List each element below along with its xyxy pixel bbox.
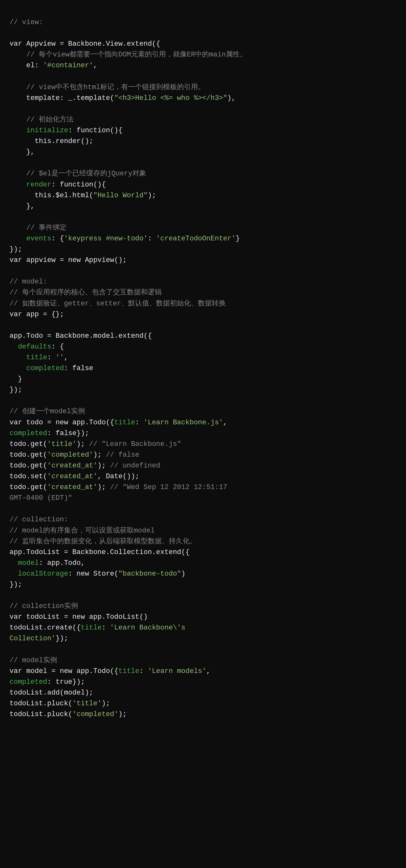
get-created-comment2-before: ); bbox=[97, 483, 110, 491]
code-events-start bbox=[9, 235, 26, 243]
events-val-str: 'createTodoOnEnter' bbox=[156, 235, 236, 243]
comment-5: // 事件绑定 bbox=[26, 224, 67, 232]
template-value: "<h3>Hello <%= who %></h3>" bbox=[114, 94, 227, 102]
comment-1: // 每个view都需要一个指向DOM元素的引用，就像ER中的main属性。 bbox=[26, 51, 247, 59]
comment-model-instance: // model实例 bbox=[9, 656, 57, 664]
model-key: model bbox=[18, 559, 39, 567]
comment-3: // 初始化方法 bbox=[26, 116, 74, 124]
code-set-created: todo.set( bbox=[9, 472, 47, 480]
create-end: }); bbox=[56, 634, 68, 643]
set-created-key: 'created_at' bbox=[47, 472, 97, 480]
colon-title-model: : bbox=[139, 667, 148, 675]
comment-model-2: // 每个应用程序的核心、包含了交互数据和逻辑 bbox=[9, 288, 162, 297]
code-render-start bbox=[9, 181, 26, 189]
code-line2: el: bbox=[9, 62, 43, 69]
code-get-created: todo.get( bbox=[9, 462, 47, 470]
events-key: events bbox=[26, 235, 52, 243]
comma-inline: , bbox=[223, 418, 227, 427]
events-key-str: 'keypress #new-todo' bbox=[64, 235, 148, 243]
learn-backbone: 'Learn Backbone.js' bbox=[144, 418, 223, 427]
code-template: template: _.template( bbox=[9, 94, 114, 102]
get-title-comment-before: ); bbox=[76, 440, 89, 448]
defaults-key: defaults bbox=[18, 343, 52, 351]
store-name: "backbone-todo" bbox=[118, 570, 181, 578]
get-created: 'created_at' bbox=[47, 462, 97, 470]
completed-key: completed bbox=[26, 364, 64, 372]
initialize-key: initialize bbox=[26, 127, 68, 134]
colon-ls: : new Store( bbox=[68, 570, 118, 578]
comment-2: // view中不包含html标记，有一个链接到模板的引用。 bbox=[26, 84, 205, 91]
comment-collection: // collection: bbox=[9, 516, 68, 524]
comment-gmt: GMT-0400 (EDT)" bbox=[9, 494, 72, 502]
code-model-var: var model = new app.Todo({ bbox=[9, 667, 118, 675]
code-get-completed: todo.get( bbox=[9, 451, 47, 459]
title-create: title bbox=[81, 624, 101, 632]
el-value: '#container' bbox=[43, 62, 93, 69]
code-init bbox=[9, 127, 26, 134]
get-completed: 'completed' bbox=[47, 451, 93, 459]
colon-title-create: : bbox=[101, 624, 110, 632]
colon-title: : bbox=[135, 418, 144, 427]
get-completed-comment-before: ); bbox=[93, 451, 106, 459]
comment-model-3: // 如数据验证、getter、setter、默认值、数据初始化、数据转换 bbox=[9, 300, 226, 308]
title-empty: '' bbox=[56, 353, 64, 362]
get-created-comment-before: ); bbox=[97, 462, 110, 470]
learn-models: 'Learn models' bbox=[148, 667, 207, 675]
pluck-title: 'title' bbox=[72, 700, 101, 708]
title-key: title bbox=[26, 353, 47, 362]
comment-learn: // "Learn Backbone.js" bbox=[89, 440, 181, 448]
code-todo-var: var todo = new app.Todo({ bbox=[9, 418, 114, 427]
comment-view: // view: bbox=[9, 19, 43, 26]
title-val: : bbox=[47, 353, 56, 362]
code-events2: : { bbox=[52, 235, 64, 243]
comment-collection-2: // model的有序集合，可以设置或获取model bbox=[9, 527, 155, 535]
comment-undefined: // undefined bbox=[110, 462, 160, 470]
comment-coll-instance: // collection实例 bbox=[9, 602, 78, 610]
get-created-at2: 'created_at' bbox=[47, 483, 97, 491]
completed-model: completed bbox=[9, 678, 47, 686]
comment-create-model: // 创建一个model实例 bbox=[9, 407, 85, 415]
comment-false: // false bbox=[106, 451, 139, 459]
comment-model: // model: bbox=[9, 278, 47, 286]
comment-collection-3: // 监听集合中的数据变化，从后端获取模型数据、持久化。 bbox=[9, 537, 197, 546]
pluck-completed-end: ); bbox=[118, 710, 127, 718]
comment-4: // $el是一个已经缓存的jQuery对象 bbox=[26, 170, 146, 178]
render-key: render bbox=[26, 181, 52, 189]
title-model: title bbox=[118, 667, 139, 675]
pluck-completed: 'completed' bbox=[72, 710, 118, 718]
get-title: 'title' bbox=[47, 440, 76, 448]
colon-events: : bbox=[148, 235, 156, 243]
completed-inline: completed bbox=[9, 429, 47, 437]
title-inline: title bbox=[114, 418, 135, 427]
hello-world: "Hello World" bbox=[93, 191, 148, 199]
localstorage-key: localStorage bbox=[18, 570, 68, 578]
comment-date: // "Wed Sep 12 2012 12:51:17 bbox=[110, 483, 227, 491]
comma-model: , bbox=[207, 667, 211, 675]
code-container: // view: var Appview = Backbone.View.ext… bbox=[9, 6, 397, 720]
